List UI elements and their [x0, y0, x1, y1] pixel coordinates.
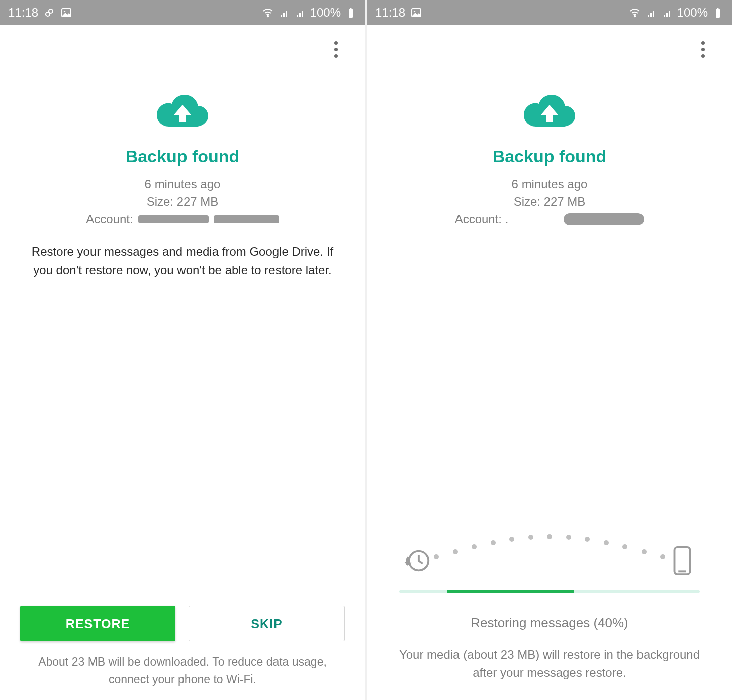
picture-icon [60, 7, 72, 19]
svg-rect-23 [717, 8, 719, 9]
restore-button[interactable]: RESTORE [20, 606, 175, 641]
account-label: Account: [86, 211, 133, 228]
svg-rect-17 [650, 13, 652, 17]
status-time: 11:18 [375, 6, 405, 20]
wifi-icon [262, 7, 274, 19]
account-label: Account: . [455, 211, 509, 228]
svg-rect-18 [653, 11, 654, 17]
svg-rect-10 [302, 11, 303, 17]
svg-rect-6 [283, 13, 285, 17]
svg-rect-12 [350, 8, 352, 9]
picture-icon [410, 7, 422, 19]
status-bar: 11:18 100% [367, 0, 732, 25]
progress-bar-fill [447, 590, 574, 593]
account-redacted [564, 213, 644, 225]
svg-point-14 [414, 11, 415, 12]
status-battery-pct: 100% [677, 6, 708, 20]
history-clock-icon [401, 545, 432, 576]
svg-rect-11 [349, 9, 353, 18]
svg-point-4 [267, 16, 268, 17]
status-battery-pct: 100% [310, 6, 341, 20]
signal-1-icon [645, 7, 657, 19]
svg-rect-9 [299, 13, 301, 17]
svg-rect-20 [666, 13, 668, 17]
backup-time: 6 minutes ago [455, 176, 645, 193]
cloud-upload-icon [522, 93, 577, 131]
phone-icon [667, 545, 698, 576]
svg-rect-5 [281, 15, 282, 17]
backup-time: 6 minutes ago [86, 176, 279, 193]
svg-point-1 [49, 9, 53, 13]
restore-description: Restore your messages and media from Goo… [14, 243, 351, 279]
account-redacted-2 [214, 215, 279, 223]
battery-icon [345, 7, 357, 19]
restoring-note: Your media (about 23 MB) will restore in… [381, 646, 718, 688]
wifi-icon [629, 7, 641, 19]
svg-rect-16 [648, 15, 649, 17]
battery-icon [712, 7, 724, 19]
backup-size: Size: 227 MB [86, 193, 279, 211]
status-bar: 11:18 100% [0, 0, 365, 25]
restore-progress-graphic [397, 531, 702, 576]
page-title: Backup found [493, 147, 607, 166]
signal-2-icon [294, 7, 306, 19]
screen-restoring: 11:18 100% [367, 0, 732, 700]
svg-rect-25 [675, 547, 690, 574]
svg-point-3 [64, 11, 65, 12]
restoring-status: Restoring messages (40%) [381, 615, 718, 631]
signal-2-icon [661, 7, 673, 19]
data-usage-note: About 23 MB will be downloaded. To reduc… [14, 653, 351, 688]
signal-1-icon [278, 7, 290, 19]
cloud-upload-icon [155, 93, 210, 131]
svg-point-15 [634, 16, 635, 17]
more-menu-button[interactable] [326, 36, 346, 62]
svg-rect-21 [669, 11, 670, 17]
progress-bar [399, 590, 700, 593]
account-redacted-1 [138, 215, 209, 223]
page-title: Backup found [126, 147, 240, 166]
svg-rect-22 [716, 9, 720, 18]
svg-rect-19 [664, 15, 665, 17]
more-menu-button[interactable] [693, 36, 713, 62]
screen-restore-prompt: 11:18 100% [0, 0, 367, 700]
link-icon [43, 7, 55, 19]
svg-rect-7 [286, 11, 287, 17]
status-time: 11:18 [8, 6, 38, 20]
skip-button[interactable]: SKIP [189, 606, 345, 641]
backup-size: Size: 227 MB [455, 193, 645, 211]
svg-rect-8 [297, 15, 298, 17]
